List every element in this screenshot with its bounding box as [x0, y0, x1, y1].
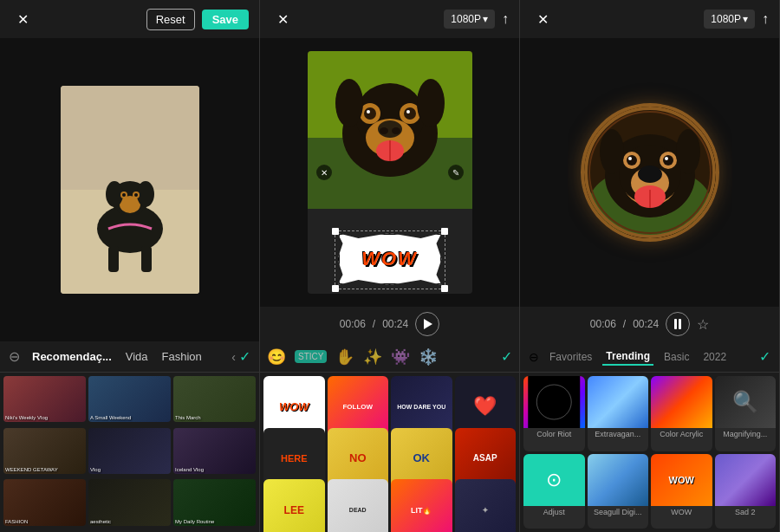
panel2-preview: WOW ✕ ✎ — [260, 38, 519, 307]
effects-tab-favorites[interactable]: Favorites — [546, 349, 595, 365]
sticker-misc[interactable]: ✦ — [455, 479, 517, 532]
effect-adjust-label: Adjust — [523, 506, 585, 518]
reset-button[interactable]: Reset — [146, 9, 195, 30]
panel3-playback: 00:06 / 00:24 ☆ — [520, 307, 779, 341]
sticker-lee[interactable]: LEE — [263, 479, 325, 532]
stickers-grid: WOW FOLLOW HOW DARE YOU ❤️ HERE NO OK A — [260, 373, 519, 532]
panel1-category-icon[interactable]: ⊖ — [9, 348, 20, 365]
panel2-play-button[interactable] — [415, 312, 439, 336]
effect-magnifying-label: Magnifying... — [715, 428, 777, 440]
emoji-tab-hand[interactable]: ✋ — [335, 347, 354, 367]
resolution-button[interactable]: 1080P ▾ — [444, 10, 495, 29]
panel1-check[interactable]: ✓ — [239, 348, 250, 365]
effects-tab-2022[interactable]: 2022 — [699, 349, 730, 365]
templates-grid: Niki's Weekly Vlog A Small Weekend This … — [0, 373, 259, 532]
panel-stickers: ✕ 1080P ▾ ↑ — [260, 0, 520, 532]
svg-point-38 — [638, 165, 662, 183]
panel3-preview — [520, 38, 779, 307]
effects-tab-trending[interactable]: Trending — [602, 348, 653, 366]
template-item[interactable]: Niki's Weekly Vlog — [3, 376, 86, 422]
dog-circle-artwork — [584, 107, 716, 238]
svg-point-29 — [406, 110, 410, 114]
sticker-dead[interactable]: DEAD — [328, 479, 389, 532]
template-item[interactable]: aesthetic — [88, 479, 171, 525]
template-item[interactable]: Vlog — [88, 428, 171, 474]
emoji-tab-face[interactable]: 😊 — [267, 347, 286, 367]
template-item[interactable]: WEEKEND GETAWAY — [3, 428, 86, 474]
panel1-preview — [0, 38, 259, 341]
emoji-tab-creature[interactable]: 👾 — [391, 347, 410, 367]
panel3-upload-button[interactable]: ↑ — [762, 11, 769, 27]
panel2-check[interactable]: ✓ — [501, 348, 512, 365]
tab-more-arrow[interactable]: ‹ — [231, 350, 236, 364]
svg-rect-51 — [528, 376, 580, 428]
effects-filter-icon[interactable]: ⊖ — [529, 350, 539, 364]
panel3-close-button[interactable]: ✕ — [530, 7, 555, 31]
tab-vida[interactable]: Vida — [120, 347, 153, 367]
emoji-tab-paw[interactable]: STICY — [295, 350, 327, 363]
svg-point-28 — [367, 110, 370, 114]
svg-point-48 — [676, 129, 700, 174]
panel2-time-separator: / — [373, 318, 375, 330]
effect-wow-label: WOW — [651, 506, 712, 518]
svg-rect-12 — [141, 246, 152, 272]
panel3-time-total: 00:24 — [633, 318, 659, 330]
color-acrylic-effect — [581, 103, 719, 242]
effect-adjust[interactable]: ⊙ Adjust — [523, 454, 585, 529]
effects-tab-basic[interactable]: Basic — [660, 349, 692, 365]
svg-point-26 — [364, 107, 376, 120]
template-item[interactable]: This March — [173, 376, 256, 422]
svg-point-27 — [404, 107, 416, 120]
tab-recomendacao[interactable]: Recomendaç... — [27, 347, 117, 367]
template-item[interactable]: FASHION — [3, 479, 86, 525]
svg-point-45 — [628, 157, 632, 160]
template-item[interactable]: My Daily Routine — [173, 479, 256, 525]
panel-templates: ✕ Reset Save — [0, 0, 260, 532]
upload-button[interactable]: ↑ — [502, 11, 509, 27]
panel1-image — [61, 86, 199, 294]
panel3-pause-button[interactable] — [666, 312, 690, 336]
effect-extravagant[interactable]: Extravagan... — [588, 376, 649, 451]
panel1-tabs: ⊖ Recomendaç... Vida Fashion ‹ ✓ — [0, 341, 259, 373]
svg-point-20 — [380, 127, 388, 134]
svg-point-4 — [120, 196, 140, 213]
panel3-bottom: ⊖ Favorites Trending Basic 2022 ✓ Color … — [520, 341, 779, 532]
panel2-bottom: 😊 STICY ✋ ✨ 👾 ❄️ ✓ WOW FOLLOW HOW DARE Y… — [260, 341, 519, 532]
effect-seagull[interactable]: Seagull Digi... — [588, 454, 649, 529]
effect-seagull-label: Seagull Digi... — [588, 506, 649, 518]
svg-point-46 — [665, 157, 668, 160]
svg-point-21 — [392, 127, 400, 134]
emoji-tab-snowflake[interactable]: ❄️ — [419, 347, 438, 367]
emoji-tab-star[interactable]: ✨ — [363, 347, 382, 367]
panel2-close-button[interactable]: ✕ — [270, 7, 295, 31]
effect-extravagan-label: Extravagan... — [588, 428, 649, 440]
panel2-time-total: 00:24 — [382, 318, 408, 330]
sticker-edit-button[interactable]: ✎ — [448, 165, 464, 180]
panel2-playback: 00:06 / 00:24 — [260, 307, 519, 341]
panel-effects: ✕ 1080P ▾ ↑ — [520, 0, 780, 532]
panel1-bottom: ⊖ Recomendaç... Vida Fashion ‹ ✓ Niki's … — [0, 341, 259, 532]
svg-point-43 — [627, 155, 637, 165]
panel3-resolution-button[interactable]: 1080P ▾ — [704, 10, 755, 29]
save-button[interactable]: Save — [202, 10, 249, 29]
panel3-star-button[interactable]: ☆ — [697, 316, 709, 333]
sticker-close-button[interactable]: ✕ — [316, 165, 332, 180]
template-item[interactable]: Iceland Vlog — [173, 428, 256, 474]
effect-color-riot[interactable]: Color Riot — [523, 376, 585, 451]
effect-wow[interactable]: WOW WOW — [651, 454, 712, 529]
panel2-image — [308, 51, 472, 209]
svg-point-30 — [335, 79, 363, 127]
panel2-topbar: ✕ 1080P ▾ ↑ — [260, 0, 519, 38]
effect-sad2[interactable]: Sad 2 — [715, 454, 777, 529]
panel3-check[interactable]: ✓ — [759, 348, 770, 365]
tab-fashion[interactable]: Fashion — [157, 347, 207, 367]
panel3-canvas — [568, 51, 732, 294]
sticker-lit[interactable]: LIT🔥 — [391, 479, 452, 532]
svg-point-31 — [417, 79, 445, 127]
panel1-close-button[interactable]: ✕ — [10, 7, 35, 31]
effect-sad2-label: Sad 2 — [715, 506, 777, 518]
template-item[interactable]: A Small Weekend — [88, 376, 171, 422]
wow-sticker[interactable]: WOW — [338, 233, 442, 285]
effect-magnifying[interactable]: 🔍 Magnifying... — [715, 376, 777, 451]
effect-color-acrylic[interactable]: Color Acrylic — [651, 376, 712, 451]
